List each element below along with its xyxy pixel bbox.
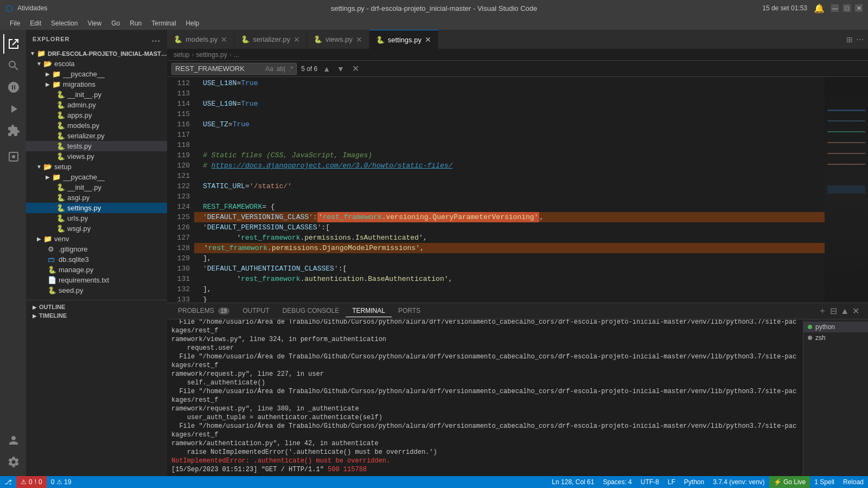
menu-file[interactable]: File <box>5 18 24 28</box>
tree-folder-setup[interactable]: ▼ 📂 setup <box>26 162 167 172</box>
terminal-session-python[interactable]: python <box>803 322 868 332</box>
search-input-wrap[interactable]: Aa ab| .* <box>171 63 297 75</box>
tab-close-models[interactable]: ✕ <box>221 35 227 44</box>
tab-close-serializer[interactable]: ✕ <box>293 35 300 44</box>
notification-icon[interactable]: 🔔 <box>814 3 825 14</box>
panel-tab-problems[interactable]: PROBLEMS 19 <box>171 305 236 317</box>
tree-file-manage[interactable]: 🐍 manage.py <box>26 265 167 275</box>
tree-file-settings[interactable]: 🐍 settings.py <box>26 203 167 213</box>
tree-file-asgi[interactable]: 🐍 asgi.py <box>26 192 167 203</box>
regex-btn[interactable]: .* <box>289 65 293 73</box>
menu-run[interactable]: Run <box>125 18 146 28</box>
status-python-version[interactable]: 3.7.4 (venv: venv) <box>709 476 769 488</box>
status-cursor[interactable]: Ln 128, Col 61 <box>547 476 598 488</box>
tree-folder-pycache-escola[interactable]: ▶ 📁 __pycache__ <box>26 69 167 79</box>
search-next-btn[interactable]: ▼ <box>336 65 346 73</box>
tree-file-init-escola[interactable]: 🐍 __init__.py <box>26 89 167 100</box>
minimize-button[interactable]: — <box>831 4 839 12</box>
line-ending-label: LF <box>668 478 675 486</box>
tree-file-models[interactable]: 🐍 models.py <box>26 120 167 131</box>
sidebar-item-search[interactable] <box>3 56 23 75</box>
sidebar-more-btn[interactable]: ... <box>152 34 161 44</box>
match-case-btn[interactable]: Aa <box>265 65 273 73</box>
terminal-session-zsh[interactable]: zsh <box>803 332 868 343</box>
sidebar-item-settings[interactable] <box>3 452 23 472</box>
panel-tab-terminal[interactable]: TERMINAL <box>346 305 392 317</box>
menu-go[interactable]: Go <box>107 18 124 28</box>
sidebar-item-source-control[interactable] <box>3 78 23 97</box>
search-close-btn[interactable]: ✕ <box>352 63 359 74</box>
tree-file-init-setup[interactable]: 🐍 __init__.py <box>26 182 167 192</box>
sidebar-item-explorer[interactable] <box>3 34 23 54</box>
tree-label-requirements: requirements.txt <box>59 276 109 284</box>
breadcrumb-rest[interactable]: ... <box>234 51 239 59</box>
sidebar-item-run-debug[interactable] <box>3 99 23 119</box>
status-go-live[interactable]: ⚡ Go Live <box>769 476 810 488</box>
status-git-branch[interactable]: ⎇ <box>0 476 16 488</box>
status-spell[interactable]: 1 Spell <box>810 476 839 488</box>
tab-close-settings[interactable]: ✕ <box>425 35 431 44</box>
maximize-button[interactable]: □ <box>843 4 851 12</box>
tree-file-tests[interactable]: 🐍 tests.py <box>26 141 167 151</box>
maximize-panel-btn[interactable]: ▲ <box>840 306 849 316</box>
tree-outline-header[interactable]: ▶ OUTLINE <box>26 300 167 311</box>
panel-tab-debug[interactable]: DEBUG CONSOLE <box>276 305 346 317</box>
tree-file-serializer[interactable]: 🐍 serializer.py <box>26 131 167 141</box>
menu-selection[interactable]: Selection <box>47 18 82 28</box>
panel-tab-ports[interactable]: PORTS <box>392 305 427 317</box>
tree-file-gitignore[interactable]: ⚙ .gitignore <box>26 244 167 254</box>
breadcrumb-settings[interactable]: settings.py <box>196 51 227 59</box>
status-encoding[interactable]: UTF-8 <box>636 476 663 488</box>
tab-settings[interactable]: 🐍 settings.py ✕ <box>369 30 438 49</box>
tab-models[interactable]: 🐍 models.py ✕ <box>167 30 234 49</box>
split-editor-btn[interactable]: ⊞ <box>846 35 853 44</box>
tree-file-admin[interactable]: 🐍 admin.py <box>26 100 167 110</box>
tree-file-urls[interactable]: 🐍 urls.py <box>26 213 167 223</box>
tree-file-views-escola[interactable]: 🐍 views.py <box>26 151 167 162</box>
status-errors[interactable]: ⚠ 0 ! 0 <box>16 476 47 488</box>
tree-arrow-pycache-escola: ▶ <box>43 71 52 77</box>
match-word-btn[interactable]: ab| <box>277 65 285 73</box>
more-actions-btn[interactable]: ⋯ <box>856 35 864 44</box>
breadcrumb-setup[interactable]: setup <box>174 51 189 59</box>
window-controls[interactable]: — □ ✕ <box>831 4 863 12</box>
menu-edit[interactable]: Edit <box>25 18 46 28</box>
tab-serializer[interactable]: 🐍 serializer.py ✕ <box>234 30 307 49</box>
code-content[interactable]: USE_L18N = True USE_L10N = True USE_TZ =… <box>194 77 825 303</box>
tree-label-pycache-setup: __pycache__ <box>63 173 105 181</box>
tree-file-sqlite[interactable]: 🗃 db.sqlite3 <box>26 254 167 265</box>
terminal-content[interactable]: self.raise_uncaught_exception(exc) File … <box>167 319 803 476</box>
status-language[interactable]: Python <box>680 476 709 488</box>
add-terminal-btn[interactable]: ＋ <box>818 305 827 317</box>
code-line-121 <box>194 171 825 181</box>
tree-folder-venv[interactable]: ▶ 📁 venv <box>26 234 167 244</box>
close-panel-btn[interactable]: ✕ <box>852 306 859 316</box>
tree-root-folder[interactable]: ▼ 📁 DRF-ESCOLA-PROJETO_INICIAL-MASTER <box>26 48 167 59</box>
search-input[interactable] <box>175 65 262 73</box>
tree-timeline-header[interactable]: ▶ TIMELINE <box>26 311 167 320</box>
status-line-ending[interactable]: LF <box>663 476 680 488</box>
tree-file-requirements[interactable]: 📄 requirements.txt <box>26 275 167 285</box>
menu-terminal[interactable]: Terminal <box>147 18 180 28</box>
tree-folder-migrations[interactable]: ▶ 📁 migrations <box>26 79 167 89</box>
tree-folder-pycache-setup[interactable]: ▶ 📁 __pycache__ <box>26 172 167 182</box>
tab-close-views[interactable]: ✕ <box>356 35 362 44</box>
sidebar-item-account[interactable] <box>3 431 23 450</box>
split-terminal-btn[interactable]: ⊟ <box>830 306 837 316</box>
panel-tab-output[interactable]: OUTPUT <box>236 305 276 317</box>
close-button[interactable]: ✕ <box>855 4 863 12</box>
status-problems[interactable]: 0 ⚠ 19 <box>47 476 76 488</box>
tree-folder-escola[interactable]: ▼ 📂 escola <box>26 59 167 69</box>
code-line-128: 'rest_framework.permissions.DjangoModelP… <box>194 243 825 253</box>
menu-help[interactable]: Help <box>182 18 204 28</box>
menu-view[interactable]: View <box>83 18 106 28</box>
sidebar-item-remote[interactable] <box>3 147 23 166</box>
sidebar-item-extensions[interactable] <box>3 121 23 140</box>
tree-file-wsgi[interactable]: 🐍 wsgi.py <box>26 223 167 234</box>
status-spaces[interactable]: Spaces: 4 <box>598 476 636 488</box>
tree-file-seed[interactable]: 🐍 seed.py <box>26 285 167 296</box>
tab-views[interactable]: 🐍 views.py ✕ <box>307 30 369 49</box>
status-reload[interactable]: Reload <box>839 476 868 488</box>
tree-file-apps[interactable]: 🐍 apps.py <box>26 110 167 120</box>
search-prev-btn[interactable]: ▲ <box>322 65 331 73</box>
